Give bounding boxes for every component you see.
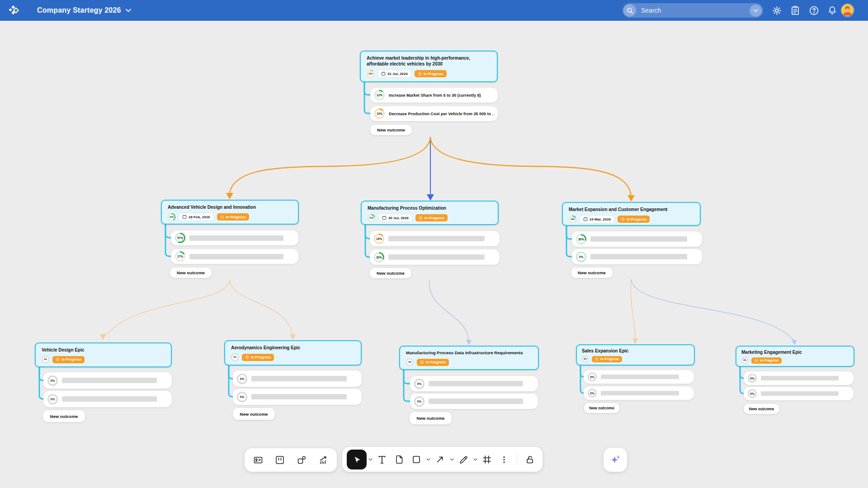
pen-tool-chevron-icon[interactable]: [472, 450, 478, 469]
due-date-chip[interactable]: 31 Jul, 2026: [377, 70, 411, 78]
outcome-row[interactable]: 0%: [233, 371, 362, 387]
outcome-row[interactable]: 0%: [410, 394, 538, 409]
objective-card[interactable]: Achieve market leadership in high-perfor…: [360, 51, 498, 82]
arrow-tool-chevron-icon[interactable]: [449, 450, 454, 469]
status-badge[interactable]: In Progress: [417, 359, 449, 366]
widgets-toolbar: [245, 448, 337, 472]
outcome-row[interactable]: 0%: [744, 371, 854, 385]
status-badge[interactable]: In Progress: [415, 70, 447, 77]
more-tools-kebab-icon[interactable]: [496, 450, 512, 469]
kanban-tool[interactable]: [272, 451, 288, 469]
contact-card-tool[interactable]: [250, 451, 266, 469]
status-badge[interactable]: In Progress: [52, 356, 85, 363]
status-badge[interactable]: In Progress: [592, 356, 622, 362]
avatar[interactable]: [841, 4, 854, 17]
outcome-row[interactable]: 57%: [171, 230, 298, 245]
objective-card[interactable]: Marketing Engagement Epic 0% In Progress: [736, 346, 854, 367]
objective-card[interactable]: Aerodynamics Engineering Epic 0% In Prog…: [224, 340, 362, 366]
select-tool-chevron-icon[interactable]: [368, 450, 373, 469]
notifications-bell-icon[interactable]: [827, 5, 838, 16]
outcome-placeholder-bar: [189, 235, 283, 241]
new-outcome-button[interactable]: New outcome: [370, 268, 411, 278]
progress-ring: 0%: [231, 353, 239, 361]
chart-tool[interactable]: [315, 451, 331, 469]
outcome-row[interactable]: 12% Increase Market Share from 5 to 30 (…: [370, 88, 498, 103]
clipboard-icon[interactable]: [790, 5, 801, 16]
frame-tool[interactable]: [479, 450, 495, 469]
outcome-row[interactable]: 33%: [370, 249, 500, 265]
outcome-row[interactable]: 17%: [171, 249, 298, 264]
objective-card[interactable]: Market Expansion and Customer Engagement…: [562, 202, 701, 226]
search-options-chevron-icon[interactable]: [750, 5, 762, 17]
outcome-placeholder-bar: [388, 236, 485, 241]
outcome-label: Increase Market Share from 5 to 30 (curr…: [389, 93, 481, 98]
outcome-row[interactable]: 13%: [370, 231, 500, 246]
status-label: In Progress: [426, 360, 446, 364]
search-input[interactable]: [640, 6, 750, 14]
search-bar[interactable]: [623, 3, 763, 18]
due-date-chip[interactable]: 30 Jul, 2026: [378, 214, 412, 222]
status-spark-icon: [220, 215, 224, 219]
new-outcome-button[interactable]: New outcome: [744, 404, 779, 414]
shape-tool[interactable]: [408, 450, 425, 469]
outcome-row[interactable]: 0%: [572, 249, 702, 264]
pen-tool[interactable]: [455, 450, 472, 469]
outcome-row[interactable]: 0%: [410, 376, 538, 391]
outcome-row[interactable]: 0%: [584, 386, 694, 400]
status-badge[interactable]: In Progress: [217, 213, 249, 221]
outcome-row[interactable]: 30%: [572, 231, 702, 247]
outcome-placeholder-bar: [590, 254, 687, 259]
objective-card[interactable]: Manufacturing Process Data Infrastructur…: [399, 346, 539, 370]
new-outcome-button[interactable]: New outcome: [584, 403, 619, 413]
blocks-tool[interactable]: [293, 451, 310, 469]
select-tool[interactable]: [347, 450, 367, 469]
outcome-placeholder-bar: [251, 394, 347, 399]
objective-card[interactable]: Vehicle Design Epic 0% In Progress: [35, 343, 172, 367]
new-outcome-button[interactable]: New outcome: [370, 125, 412, 135]
status-spark-icon: [621, 217, 625, 221]
status-badge[interactable]: In Progress: [751, 357, 782, 364]
new-outcome-button[interactable]: New outcome: [43, 410, 85, 422]
app-logo-icon[interactable]: [7, 4, 21, 17]
status-badge[interactable]: In Progress: [618, 216, 650, 223]
status-badge[interactable]: In Progress: [415, 214, 448, 221]
outcome-placeholder-bar: [251, 376, 347, 381]
outcome-placeholder-bar: [761, 376, 839, 380]
arrow-tool[interactable]: [432, 450, 448, 469]
document-tool[interactable]: [391, 450, 407, 469]
outcome-row[interactable]: 0%: [744, 387, 854, 400]
lock-tool[interactable]: [522, 450, 538, 469]
due-date-chip[interactable]: 28 Feb, 2026: [179, 213, 214, 221]
outcome-row[interactable]: 0%: [584, 370, 694, 384]
new-outcome-button[interactable]: New outcome: [571, 267, 613, 278]
help-icon[interactable]: [808, 5, 819, 16]
new-outcome-button[interactable]: New outcome: [410, 412, 452, 424]
progress-ring: 12%: [374, 90, 385, 100]
objective-card[interactable]: Manufacturing Process Optimization 21% 3…: [361, 201, 499, 225]
objective-card[interactable]: Advanced Vehicle Design and Innovation 4…: [161, 200, 299, 225]
search-icon: [623, 4, 636, 17]
toolbar-divider: [517, 454, 517, 465]
outcome-row[interactable]: 0%: [233, 389, 362, 405]
new-outcome-button[interactable]: New outcome: [170, 267, 212, 278]
shape-tool-chevron-icon[interactable]: [425, 450, 431, 469]
objective-card[interactable]: Sales Expansion Epic 0% In Progress: [576, 344, 695, 366]
outcome-row[interactable]: 13% Decrease Production Cost per Vehicle…: [370, 106, 498, 121]
progress-ring: 13%: [374, 108, 385, 119]
outcome-placeholder-bar: [590, 236, 687, 242]
outcome-placeholder-bar: [62, 396, 157, 402]
outcome-row[interactable]: 0%: [43, 372, 172, 389]
chevron-down-icon[interactable]: [126, 9, 131, 12]
status-badge[interactable]: In Progress: [242, 354, 274, 361]
progress-ring: 33%: [374, 252, 384, 263]
ai-sparkles-icon[interactable]: [607, 451, 623, 469]
board-title[interactable]: Company Startegy 2026: [37, 6, 131, 14]
progress-ring: 41%: [168, 213, 175, 221]
board-title-label: Company Startegy 2026: [37, 6, 121, 14]
card-title: Aerodynamics Engineering Epic: [231, 345, 355, 351]
outcome-row[interactable]: 0%: [43, 391, 172, 407]
due-date-chip[interactable]: 24 Mar, 2026: [580, 215, 614, 223]
text-tool[interactable]: [374, 450, 390, 469]
settings-gear-icon[interactable]: [771, 5, 782, 16]
new-outcome-button[interactable]: New outcome: [233, 408, 275, 420]
